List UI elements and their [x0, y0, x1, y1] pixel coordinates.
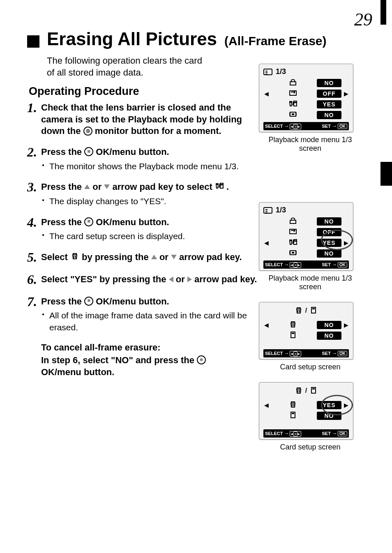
trash-icon — [70, 251, 79, 263]
step-4: 4.Press the OK/menu button.The card setu… — [27, 217, 257, 242]
arrow-up-icon — [84, 181, 90, 193]
lcd-footer: SELECT →◂≡▸ SET →OK — [263, 122, 349, 130]
menu-row: NO — [263, 410, 349, 421]
screen-2: 1/3 NOOFF◀YES▶NO SELECT →◂≡▸ SET →OK Pla… — [259, 202, 362, 291]
trash-icon — [269, 320, 317, 329]
title-main: Erasing All Pictures — [47, 29, 217, 49]
arrow-left-icon — [169, 273, 173, 285]
trash-icon — [294, 387, 303, 396]
screen-2-caption: Playback mode menu 1/3 screen — [259, 274, 362, 291]
protect-icon — [269, 78, 317, 88]
step-heading: Press the or arrow pad key to select . — [41, 181, 257, 193]
step-3: 3.Press the or arrow pad key to select .… — [27, 181, 257, 207]
intro-text: The following operation clears the card … — [47, 55, 211, 78]
trashcard-icon — [269, 100, 317, 109]
menu-value: YES — [317, 239, 341, 247]
menu-row: ◀YES▶ — [263, 400, 349, 410]
step-heading: Press the OK/menu button. — [41, 146, 257, 158]
menu-row: OFF — [263, 227, 349, 237]
menu-value: NO — [317, 321, 341, 329]
svg-rect-11 — [292, 252, 294, 253]
trashcard-icon — [269, 238, 317, 247]
menu-value: NO — [317, 412, 341, 420]
cancel-block: To cancel all-frame erasure: In step 6, … — [41, 342, 247, 378]
step-heading: Press the OK/menu button. — [41, 217, 257, 228]
chip-icon — [269, 111, 317, 120]
step-2: 2.Press the OK/menu button.The monitor s… — [27, 146, 257, 172]
menu-row: ◀YES▶ — [263, 237, 349, 248]
step-7: 7.Press the OK/menu button.All of the im… — [27, 296, 257, 333]
step-heading: Select by pressing the or arrow pad key. — [41, 251, 257, 263]
step-heading: Press the OK/menu button. — [41, 296, 257, 308]
menu-header-icon — [263, 69, 272, 75]
arrow-left-icon: ◀ — [263, 240, 269, 246]
side-section-tab — [380, 162, 392, 186]
card-setup-header: / — [263, 386, 349, 397]
menu-value: NO — [317, 79, 341, 87]
menu-page-indicator: 1/3 — [276, 67, 286, 76]
cancel-heading: To cancel all-frame erasure: — [41, 342, 247, 353]
step-number: 1. — [27, 101, 41, 136]
menu-row: YES — [263, 99, 349, 110]
card-icon — [269, 331, 317, 340]
step-number: 3. — [27, 180, 41, 207]
arrow-down-icon — [104, 181, 110, 193]
screen-3-caption: Card setup screen — [259, 363, 362, 371]
menu-button-icon — [84, 147, 93, 156]
menu-value: YES — [317, 401, 341, 409]
svg-rect-1 — [221, 184, 223, 185]
screen-3: / ◀NO▶NO SELECT →◂≡▸ SET →OK Card setup … — [259, 302, 362, 371]
card-icon — [309, 306, 318, 316]
menu-row: NO — [263, 248, 349, 259]
lcd-footer: SELECT →◂≡▸ SET →OK — [263, 349, 349, 357]
arrow-right-icon: ▶ — [343, 322, 349, 328]
menu-value: OFF — [317, 228, 341, 236]
card-icon — [269, 411, 317, 420]
arrow-right-icon: ▶ — [343, 402, 349, 408]
screen-4: / ◀YES▶NO SELECT →◂≡▸ SET →OK Card setup… — [259, 382, 362, 452]
page-number: 29 — [354, 9, 372, 30]
protect-icon — [269, 217, 317, 226]
arrow-left-icon: ◀ — [263, 322, 269, 328]
svg-rect-8 — [294, 240, 297, 244]
step-sub: The display changes to "YES". — [49, 196, 257, 207]
trash-card-icon — [215, 181, 224, 193]
arrow-right-icon — [187, 273, 192, 285]
arrow-left-icon: ◀ — [263, 402, 269, 408]
rotate-icon — [269, 89, 317, 98]
step-number: 7. — [27, 295, 41, 332]
step-1: 1.Check that the lens barrier is closed … — [27, 102, 257, 137]
menu-row: NO — [263, 216, 349, 227]
step-sub: All of the image frame data saved in the… — [49, 310, 257, 333]
title-bullet-square — [27, 35, 39, 48]
step-number: 4. — [27, 216, 41, 242]
menu-value: YES — [317, 100, 341, 108]
monitor-button-icon — [83, 127, 92, 136]
menu-button-icon — [84, 217, 93, 226]
arrow-left-icon: ◀ — [263, 90, 269, 97]
menu-value: NO — [317, 332, 341, 340]
step-number: 2. — [27, 145, 41, 171]
screen-1: 1/3 NO◀OFF▶YESNO SELECT →◂≡▸ SET →OK Pla… — [259, 64, 362, 153]
step-sub: The card setup screen is displayed. — [49, 230, 257, 242]
step-number: 6. — [27, 273, 41, 286]
menu-value: OFF — [317, 90, 341, 98]
svg-rect-2 — [290, 91, 296, 95]
card-icon — [309, 387, 318, 396]
chip-icon — [269, 249, 317, 258]
svg-rect-6 — [292, 113, 294, 115]
svg-rect-0 — [220, 183, 223, 188]
lcd-footer: SELECT →◂≡▸ SET →OK — [263, 260, 349, 269]
menu-row: ◀OFF▶ — [263, 88, 349, 99]
menu-value: NO — [317, 111, 341, 119]
menu-button-icon — [197, 355, 206, 364]
svg-rect-4 — [294, 102, 296, 103]
menu-page-indicator: 1/3 — [276, 206, 286, 214]
card-setup-header: / — [263, 306, 349, 317]
svg-rect-15 — [292, 333, 294, 334]
menu-header-icon — [263, 207, 272, 214]
screen-4-caption: Card setup screen — [259, 443, 362, 452]
trash-icon — [269, 401, 317, 410]
step-heading: Check that the lens barrier is closed an… — [41, 102, 257, 137]
title-sub: (All-Frame Erase) — [224, 34, 326, 48]
